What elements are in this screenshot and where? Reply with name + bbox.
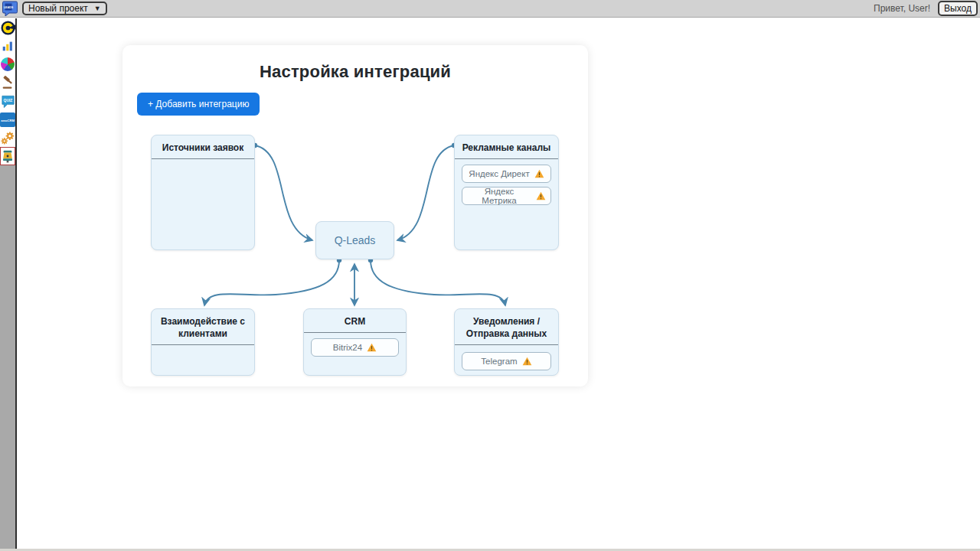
edge-sources-to-center: [255, 145, 312, 240]
gears-icon: [1, 131, 15, 145]
sidebar-icon-list: QUIZ amoCRM: [0, 18, 15, 165]
edge-center-to-clients: [204, 260, 339, 305]
logout-button[interactable]: Выход: [938, 1, 978, 16]
integration-label: Яндекс Метрика: [467, 187, 531, 205]
node-q-leads-title: Q-Leads: [335, 234, 376, 246]
node-client-interaction-body: [152, 345, 254, 356]
sidebar-item-analytics[interactable]: [0, 37, 15, 55]
project-select[interactable]: Новый проект ▼: [22, 2, 107, 15]
node-notifications-title: Уведомления / Отправка данных: [455, 309, 558, 345]
node-notifications[interactable]: Уведомления / Отправка данных Telegram: [454, 308, 559, 376]
node-ad-channels[interactable]: Рекламные каналы Яндекс Директ Яндекс Ме…: [454, 135, 559, 250]
integrations-card: Настройка интеграций + Добавить интеграц…: [122, 45, 588, 386]
add-integration-button[interactable]: + Добавить интеграцию: [137, 93, 260, 116]
greeting-text: Привет, User!: [874, 3, 930, 14]
edge-ads-to-center: [397, 145, 454, 240]
app-logo-icon: LEADS: [2, 1, 18, 16]
node-crm-title: CRM: [304, 309, 406, 333]
page-title: Настройка интеграций: [122, 45, 588, 82]
sidebar-item-settings[interactable]: [0, 129, 15, 147]
titlebar: LEADS Новый проект ▼ Привет, User! Выход: [0, 0, 980, 18]
app-window: LEADS Новый проект ▼ Привет, User! Выход: [0, 0, 980, 551]
node-crm[interactable]: CRM Bitrix24: [303, 308, 407, 376]
edge-center-to-notifications: [371, 260, 505, 305]
bar-chart-icon: [1, 39, 15, 53]
pie-chart-icon: [1, 57, 15, 71]
sidebar-item-auction[interactable]: [0, 73, 15, 92]
node-q-leads[interactable]: Q-Leads: [315, 221, 394, 259]
warning-icon: [534, 169, 544, 178]
node-sources[interactable]: Источники заявок: [151, 135, 255, 250]
integration-telegram-button[interactable]: Telegram: [462, 352, 551, 370]
integration-yandex-direct-button[interactable]: Яндекс Директ: [462, 165, 551, 183]
node-sources-title: Источники заявок: [152, 135, 254, 159]
integration-label: Telegram: [481, 357, 517, 366]
node-ad-channels-title: Рекламные каналы: [455, 135, 558, 159]
sidebar-item-reports[interactable]: [0, 55, 15, 73]
gavel-icon: [1, 76, 15, 90]
sidebar: QUIZ amoCRM: [0, 18, 17, 551]
warning-icon: [367, 343, 377, 352]
node-sources-body: [152, 159, 254, 170]
sidebar-item-qleads[interactable]: [0, 18, 15, 37]
node-client-interaction-title: Взаимодействие с клиентами: [152, 309, 254, 345]
svg-text:LEADS: LEADS: [4, 6, 14, 9]
svg-text:QUIZ: QUIZ: [3, 98, 12, 102]
integration-label: Bitrix24: [333, 343, 362, 352]
sidebar-item-quiz[interactable]: QUIZ: [0, 92, 15, 110]
warning-icon: [522, 357, 532, 366]
node-client-interaction[interactable]: Взаимодействие с клиентами: [151, 308, 255, 376]
quiz-bubble-icon: QUIZ: [1, 94, 15, 109]
project-select-value: Новый проект: [28, 3, 88, 14]
sidebar-item-integrations[interactable]: [0, 147, 15, 165]
integration-label: Яндекс Директ: [469, 169, 529, 178]
node-crm-body: Bitrix24: [304, 333, 406, 362]
svg-text:amoCRM: amoCRM: [1, 118, 15, 122]
caret-down-icon: ▼: [94, 5, 101, 12]
plug-icon: [1, 149, 15, 164]
amocrm-icon: amoCRM: [0, 112, 15, 127]
integration-yandex-metrika-button[interactable]: Яндекс Метрика: [462, 187, 551, 205]
sidebar-item-amocrm[interactable]: amoCRM: [0, 110, 15, 129]
node-notifications-body: Telegram: [455, 345, 558, 376]
q-leads-logo-icon: [1, 21, 15, 35]
integration-bitrix24-button[interactable]: Bitrix24: [311, 338, 399, 357]
node-ad-channels-body: Яндекс Директ Яндекс Метрика: [455, 159, 558, 210]
warning-icon: [536, 191, 546, 201]
